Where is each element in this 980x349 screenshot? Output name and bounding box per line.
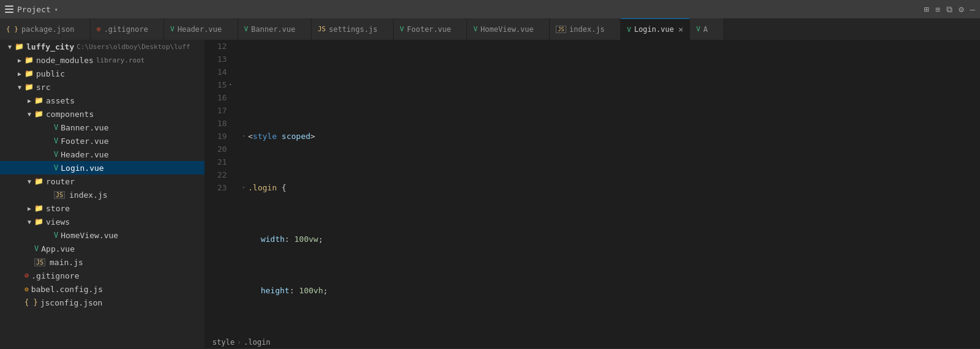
tab-gitignore[interactable]: ⊘ .gitignore × [91, 18, 164, 40]
sidebar-item-store[interactable]: ▶ 📁 store [0, 201, 204, 215]
git-file-icon: ⊘ [97, 25, 101, 33]
vue-file-icon: V [54, 231, 58, 239]
vue-file-icon: V [54, 150, 58, 159]
sidebar-item-label: store [46, 204, 70, 213]
folder-icon: 📁 [34, 217, 43, 226]
vue-file-icon: V [34, 244, 39, 253]
tab-login-vue[interactable]: V Login.vue × [621, 18, 690, 40]
sidebar-item-label: main.js [50, 258, 83, 267]
code-line-13: ·<style scoped> [237, 130, 980, 143]
folder-icon: 📁 [15, 42, 24, 51]
sidebar-item-app-vue[interactable]: ▶ V App.vue [0, 242, 204, 255]
folder-collapsed-icon: ▶ [24, 97, 34, 104]
code-lines: · ·<style scoped> ·.login { width: 100vw… [237, 40, 980, 336]
folder-icon: 📁 [34, 204, 43, 212]
breadcrumb-style: style [212, 338, 234, 347]
sidebar-item-login-vue[interactable]: ▶ V Login.vue [0, 161, 204, 174]
sidebar-item-label: .gitignore [31, 271, 79, 280]
sidebar-item-views[interactable]: ▼ 📁 views [0, 215, 204, 228]
sidebar-item-label: assets [46, 96, 75, 105]
sidebar-item-index-js[interactable]: ▶ JS index.js [0, 188, 204, 201]
sidebar-item-node-modules[interactable]: ▶ 📁 node_modules library.root [0, 53, 204, 67]
project-caret[interactable]: ▾ [54, 6, 58, 13]
sidebar-item-babel-config[interactable]: ▶ ⚙ babel.config.js [0, 282, 204, 296]
folder-icon: 📁 [24, 83, 34, 91]
indexjs-file-icon: JS [556, 26, 566, 33]
tab-label: A [703, 25, 708, 34]
tab-homeview-vue[interactable]: V HomeView.vue × [467, 18, 550, 40]
babel-file-icon: ⚙ [24, 285, 29, 293]
sidebar-item-label: Footer.vue [61, 137, 108, 146]
breadcrumb-login: .login [244, 338, 270, 347]
sidebar-item-jsconfig-json[interactable]: ▶ { } jsconfig.json [0, 296, 204, 309]
vue-file-icon: V [473, 25, 477, 33]
menu-icon[interactable] [5, 6, 13, 13]
folder-icon: 📁 [34, 110, 43, 118]
sidebar-item-label: views [46, 217, 70, 227]
vue-file-icon: V [54, 123, 58, 132]
sidebar-item-src[interactable]: ▼ 📁 src [0, 80, 204, 94]
tab-package-json[interactable]: { } package.json × [0, 18, 91, 40]
sidebar-item-footer-vue[interactable]: ▶ V Footer.vue [0, 134, 204, 148]
vue-file-icon: V [54, 137, 58, 145]
folder-expanded-icon: ▼ [15, 84, 24, 91]
js-file-icon: JS [318, 25, 326, 33]
sidebar-item-homeview-vue[interactable]: ▶ V HomeView.vue [0, 228, 204, 242]
minimize-icon[interactable]: — [970, 4, 975, 14]
sidebar-item-header-vue[interactable]: ▶ V Header.vue [0, 148, 204, 161]
code-container[interactable]: 12 13 14 15 16 17 18 19 20 21 22 23 · [205, 40, 980, 336]
vue-file-icon: V [696, 25, 700, 33]
breadcrumb-bar: style › .login [205, 336, 980, 349]
json-file-icon: { } [24, 298, 38, 307]
sidebar-item-label: src [36, 83, 50, 92]
tab-label: HomeView.vue [481, 25, 534, 34]
sidebar-item-label: Login.vue [61, 163, 103, 173]
split-icon[interactable]: ⧉ [946, 4, 952, 15]
folder-collapsed-icon: ▶ [24, 205, 34, 212]
folder-icon: 📁 [34, 177, 43, 186]
folder-collapsed-icon: ▶ [15, 57, 24, 64]
folder-icon: 📁 [34, 96, 43, 105]
vue-file-icon: V [400, 25, 404, 33]
sidebar-root-label: luffy_city [26, 42, 74, 51]
tab-index-js[interactable]: JS index.js × [550, 18, 621, 40]
tab-banner-vue[interactable]: V Banner.vue × [238, 18, 312, 40]
sidebar-item-label: App.vue [41, 244, 75, 253]
tab-header-vue[interactable]: V Header.vue × [164, 18, 238, 40]
code-line-12: · [237, 78, 980, 91]
sidebar: ▼ 📁 luffy_city C:\Users\oldboy\Desktop\l… [0, 40, 205, 349]
sidebar-item-public[interactable]: ▶ 📁 public [0, 67, 204, 80]
menu-list-icon[interactable]: ≡ [935, 4, 940, 14]
tab-label: index.js [569, 25, 605, 34]
settings-icon[interactable]: ⚙ [959, 4, 963, 14]
sidebar-item-label: index.js [69, 190, 108, 200]
tab-settings-js[interactable]: JS settings.js × [312, 18, 394, 40]
tabs-bar: { } package.json × ⊘ .gitignore × V Head… [0, 18, 980, 40]
sidebar-item-assets[interactable]: ▶ 📁 assets [0, 94, 204, 107]
tab-close-icon[interactable]: × [678, 24, 683, 34]
tab-label: Login.vue [634, 25, 674, 34]
sidebar-item-banner-vue[interactable]: ▶ V Banner.vue [0, 121, 204, 134]
sidebar-item-router[interactable]: ▼ 📁 router [0, 174, 204, 188]
sidebar-item-label: node_modules [36, 56, 94, 65]
folder-expanded-icon: ▼ [24, 178, 34, 185]
folder-icon: 📁 [24, 56, 34, 64]
sidebar-item-label: router [46, 177, 75, 186]
project-label: Project [17, 5, 51, 14]
sidebar-root-folder[interactable]: ▼ 📁 luffy_city C:\Users\oldboy\Desktop\l… [0, 40, 204, 53]
explorer-icon[interactable]: ⊞ [924, 4, 929, 14]
folder-arrow-icon: ▼ [5, 43, 15, 50]
tab-label: settings.js [329, 25, 377, 34]
tab-a[interactable]: V A × [690, 18, 724, 40]
title-bar-icons: ⊞ ≡ ⧉ ⚙ — [924, 4, 975, 15]
sidebar-item-gitignore[interactable]: ▶ ⊘ .gitignore [0, 269, 204, 282]
tab-footer-vue[interactable]: V Footer.vue × [394, 18, 467, 40]
folder-icon: 📁 [24, 69, 34, 78]
tab-label: Header.vue [178, 25, 222, 34]
sidebar-item-main-js[interactable]: ▶ JS main.js [0, 255, 204, 269]
folder-collapsed-icon: ▶ [15, 70, 24, 77]
json-file-icon: { } [6, 25, 18, 33]
breadcrumb-separator: › [237, 338, 241, 347]
tab-label: package.json [21, 25, 75, 34]
sidebar-item-components[interactable]: ▼ 📁 components [0, 107, 204, 121]
